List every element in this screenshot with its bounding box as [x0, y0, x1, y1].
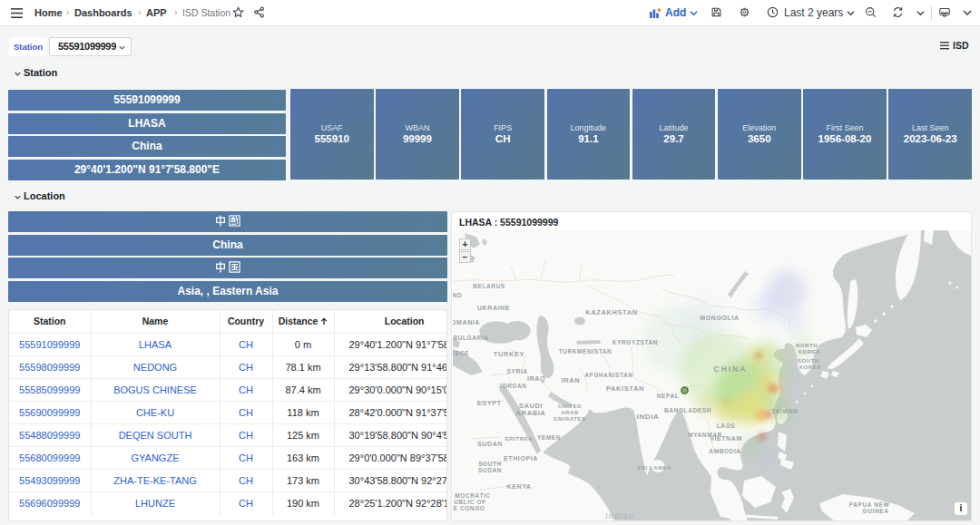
svg-text:TURKEY: TURKEY: [494, 350, 524, 358]
svg-text:NEPAL: NEPAL: [657, 393, 680, 399]
svg-text:EECE: EECE: [453, 350, 469, 356]
svg-text:ARABIA: ARABIA: [516, 409, 546, 417]
svg-text:BULGARIA: BULGARIA: [453, 335, 488, 341]
svg-text:KOREA: KOREA: [799, 349, 821, 355]
svg-text:MONGOLIA: MONGOLIA: [700, 315, 739, 321]
svg-text:SRI LANKA: SRI LANKA: [637, 465, 671, 471]
svg-text:JORDAN: JORDAN: [498, 383, 526, 389]
svg-text:MOCRATIC: MOCRATIC: [455, 492, 490, 499]
svg-text:ETHIOPIA: ETHIOPIA: [504, 455, 538, 462]
svg-text:GUINEA: GUINEA: [863, 508, 889, 514]
svg-text:PAPUA NEW: PAPUA NEW: [849, 501, 890, 508]
svg-text:LAOS: LAOS: [717, 423, 736, 429]
svg-text:YEMEN: YEMEN: [537, 434, 561, 441]
svg-text:ND: ND: [453, 292, 462, 298]
svg-text:BELARUS: BELARUS: [473, 283, 505, 289]
svg-text:SOUTH: SOUTH: [478, 461, 502, 467]
svg-text:Indian: Indian: [605, 510, 634, 520]
svg-text:SYRIA: SYRIA: [507, 368, 528, 374]
svg-text:AFGHANISTAN: AFGHANISTAN: [584, 372, 632, 378]
svg-text:ERITREA: ERITREA: [505, 436, 534, 442]
svg-text:EGYPT: EGYPT: [477, 400, 502, 406]
svg-text:TAIWAN: TAIWAN: [772, 408, 799, 414]
svg-text:E CONGO: E CONGO: [454, 505, 485, 511]
svg-text:PAKISTAN: PAKISTAN: [606, 384, 644, 393]
svg-text:BANGLADESH: BANGLADESH: [664, 407, 711, 413]
svg-text:SUDAN: SUDAN: [478, 467, 502, 473]
svg-text:NORTH: NORTH: [796, 343, 818, 348]
svg-text:UBLIC OF: UBLIC OF: [454, 499, 486, 505]
svg-text:KYRGYZSTAN: KYRGYZSTAN: [612, 339, 658, 345]
svg-text:AMBODIA: AMBODIA: [709, 448, 740, 454]
svg-text:ARAB: ARAB: [561, 410, 579, 415]
svg-text:INDIA: INDIA: [637, 413, 660, 421]
svg-text:IRAN: IRAN: [562, 376, 581, 384]
svg-text:TURKMENISTAN: TURKMENISTAN: [559, 348, 612, 355]
svg-text:EMIRATES: EMIRATES: [554, 416, 585, 422]
svg-text:KENYA: KENYA: [507, 483, 532, 490]
svg-text:VIETNAM: VIETNAM: [710, 435, 742, 442]
svg-text:UKRAINE: UKRAINE: [477, 305, 510, 311]
svg-text:OMANIA: OMANIA: [453, 319, 480, 326]
svg-text:SOUTH: SOUTH: [798, 358, 819, 364]
svg-text:UNITED: UNITED: [558, 403, 582, 409]
svg-text:KOREA: KOREA: [799, 365, 822, 370]
svg-text:KAZAKHSTAN: KAZAKHSTAN: [585, 308, 638, 316]
svg-text:SUDAN: SUDAN: [477, 441, 503, 447]
svg-text:IRAQ: IRAQ: [527, 375, 545, 383]
svg-text:CHINA: CHINA: [714, 365, 748, 374]
